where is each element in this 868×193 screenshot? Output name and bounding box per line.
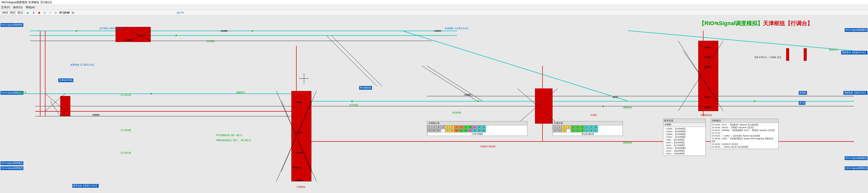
- counter-group: 0443 0922 0912: [1, 11, 24, 15]
- station-caozhuang[interactable]: [60, 96, 70, 116]
- station-small-1[interactable]: [786, 48, 789, 61]
- occ2-row-bot: XIXII13123456: [553, 129, 623, 133]
- edge-right-5[interactable]: RIO≒Signal调度模拟: [845, 166, 868, 170]
- info-row: ←C2604：【22分钟后】: [664, 133, 705, 136]
- label-jlc-station: 军粮城北站: [701, 114, 712, 117]
- info-body: ←C2594：【15分钟后】 ←C2613：【18分钟后】 ←C2604：【22…: [663, 127, 706, 156]
- track-diagram-canvas[interactable]: 【RIO≒Signal调度模拟】天津枢纽【行调台】 RIO≒Signal调度模拟…: [0, 16, 868, 193]
- occupancy-panel-tjxi[interactable]: 天津西占线 1ⅡⅢⅣ5678910111213 D1D2D3XIXIIXIII2…: [427, 121, 527, 136]
- label-churuA: 出入库A线: [121, 93, 131, 97]
- building-nancang-yard[interactable]: 南仓编组站: [359, 86, 372, 90]
- info-row: ←G373：【45分钟后】: [664, 152, 705, 155]
- track-jinghu-1: [35, 106, 299, 106]
- refresh-icon[interactable]: ↻: [43, 11, 46, 15]
- label-pingxing: 平行进路折返【第一接口】: [216, 134, 243, 137]
- schedule-row: 07:18:00：G209 →【等信灯通过】JingHu CRH LangFan…: [712, 137, 777, 143]
- train-c2620[interactable]: ←C2620←: [294, 179, 305, 182]
- menu-bar: 文件(F) 操作(O) 帮助(H): [0, 5, 868, 10]
- train-g373[interactable]: ←G373←: [294, 131, 304, 134]
- building-xichang[interactable]: 西场线: [799, 91, 807, 95]
- label-jinba-in: 津霸客专: [18, 91, 27, 94]
- occupancy-panel-tj[interactable]: 天津占线 12345678910 XIXII13123456 津山场 城际场: [553, 121, 623, 136]
- window-titlebar: RIO≒Signal调度模拟 天津枢纽【行调台】: [0, 0, 868, 5]
- label-huishou: 津蓟铁路折返点【第二、第三接口】: [216, 139, 252, 142]
- train-c2510[interactable]: ←C2510←: [462, 93, 473, 96]
- edge-right-1[interactable]: RIO≒Signal调度模拟: [845, 28, 868, 32]
- schedule-row: 07:17:22：: [712, 132, 777, 134]
- edge-left-3[interactable]: RIO≒Signal调度模拟: [0, 161, 23, 165]
- train-c2595[interactable]: ←C2595←: [702, 66, 713, 68]
- close-icon[interactable]: ✕: [54, 11, 58, 15]
- play-icon[interactable]: ▶: [26, 11, 30, 15]
- train-g8912[interactable]: →G8912→: [294, 151, 305, 154]
- edge-right-2[interactable]: 津秦客专【秦皇岛方向】: [841, 51, 868, 55]
- schedule-panel[interactable]: 实时提示 07:15:54：Z172 →【北通过】TianJinXi【正点到达】…: [711, 119, 779, 149]
- diagram-title: 【RIO≒Signal调度模拟】天津枢纽【行调台】: [699, 20, 813, 27]
- label-churuB: 出入库B线: [121, 129, 131, 132]
- stop-icon[interactable]: ⏹: [37, 11, 41, 15]
- label-jingjin-n: 京津城际【天津北方向】: [444, 27, 469, 30]
- speed-label[interactable]: 1x: [71, 11, 74, 14]
- train-g263[interactable]: ←G263←: [294, 101, 304, 104]
- toolbar: 0443 0922 0912 ▶ ⏸ ⏹ ↻ ✓ ✕ 07:18:00 1x 运…: [0, 10, 868, 16]
- train-c2585[interactable]: ←C2585←: [218, 30, 230, 32]
- info-row: ←C2327：【27分钟后】: [664, 136, 705, 138]
- station-junliang[interactable]: [698, 41, 718, 111]
- edge-left-1[interactable]: RIO≒Signal调度模拟: [0, 23, 23, 27]
- info-sub: 天津西: [663, 123, 706, 127]
- building-xi[interactable]: 西 线: [799, 101, 805, 105]
- arrow-icon: [753, 100, 755, 102]
- occ2-header: 天津占线: [553, 121, 623, 126]
- counter-2: 0922: [10, 11, 15, 14]
- train-k5203[interactable]: →K5203→: [90, 114, 102, 116]
- interlocking-svg: [0, 16, 868, 193]
- building-tjdcj[interactable]: 天津动车所线: [58, 78, 73, 82]
- occ2-row-top: 12345678910: [553, 126, 623, 129]
- station-small-2[interactable]: [804, 48, 807, 61]
- train-g8922[interactable]: ←G8922←: [702, 106, 713, 109]
- compass-icon: [299, 73, 309, 83]
- label-jinji: 津蓟铁路: [623, 106, 632, 109]
- label-underground: 天津地下直径线: [480, 145, 496, 148]
- train-c2601[interactable]: ←C2601←: [702, 46, 713, 49]
- info-row: ←C2613：【18分钟后】: [664, 130, 705, 133]
- edge-right-4[interactable]: RIO≒Signal调度模拟: [845, 156, 868, 160]
- train-z172[interactable]: →Z172→: [610, 96, 620, 99]
- track-jingjin-2: [30, 35, 457, 36]
- train-k716[interactable]: →K716→: [702, 96, 712, 99]
- track-jinghu-2: [35, 116, 299, 116]
- occ1-row-top: 1ⅡⅢⅣ5678910111213: [427, 126, 527, 129]
- schedule-header: 实时提示: [711, 119, 778, 123]
- building-nanhuan[interactable]: 南环支线【西营门方向】: [72, 184, 99, 188]
- counter-3: 0912: [18, 11, 23, 14]
- arrow-icon: [176, 34, 177, 36]
- train-c2555[interactable]: ←C2555←: [702, 56, 713, 58]
- label-jinshan: 津山铁路: [452, 111, 461, 114]
- track-long-1: [301, 106, 854, 106]
- menu-file[interactable]: 文件(F): [1, 5, 10, 9]
- station-tianjin[interactable]: [535, 88, 553, 123]
- occ2-legend: 津山场 城际场: [553, 133, 623, 136]
- window-title: RIO≒Signal调度模拟 天津枢纽【行调台】: [1, 0, 53, 4]
- edge-left-4[interactable]: RIO≒Signal调度模拟: [0, 166, 23, 170]
- train-c2603[interactable]: ←C2603←: [432, 30, 443, 32]
- train-c2552[interactable]: ←C2552←: [123, 39, 134, 41]
- label-tj-station: 天津站: [590, 114, 597, 117]
- schedule-row: 07:18:00：→G8941 TianJin【正点出发】: [712, 145, 777, 148]
- info-panel[interactable]: 机车信息 天津西 ←C2594：【15分钟后】 ←C2613：【18分钟后】 ←…: [663, 119, 706, 156]
- info-row: ←C2614：【40分钟后】: [664, 147, 705, 149]
- track-jinghu-red: [35, 111, 299, 112]
- menu-operate[interactable]: 操作(O): [13, 5, 23, 9]
- track-long-cyan: [301, 101, 854, 102]
- label-churuC: 出入库C线: [121, 151, 131, 155]
- track-jingjin-top: [30, 31, 457, 31]
- check-icon[interactable]: ✓: [49, 11, 52, 15]
- counter-1: 0443: [2, 11, 8, 14]
- train-dc2822[interactable]: DC2822←: [292, 166, 303, 169]
- info-row: ←K915：【37分钟后】: [664, 144, 705, 147]
- pause-icon[interactable]: ⏸: [32, 11, 35, 15]
- edge-right-3[interactable]: 津蓟铁路【蓟县方向】: [843, 91, 868, 95]
- arrow-icon: [352, 100, 353, 102]
- menu-help[interactable]: 帮助(H): [26, 5, 35, 9]
- label-tjxi-station: 天津西站: [297, 186, 305, 189]
